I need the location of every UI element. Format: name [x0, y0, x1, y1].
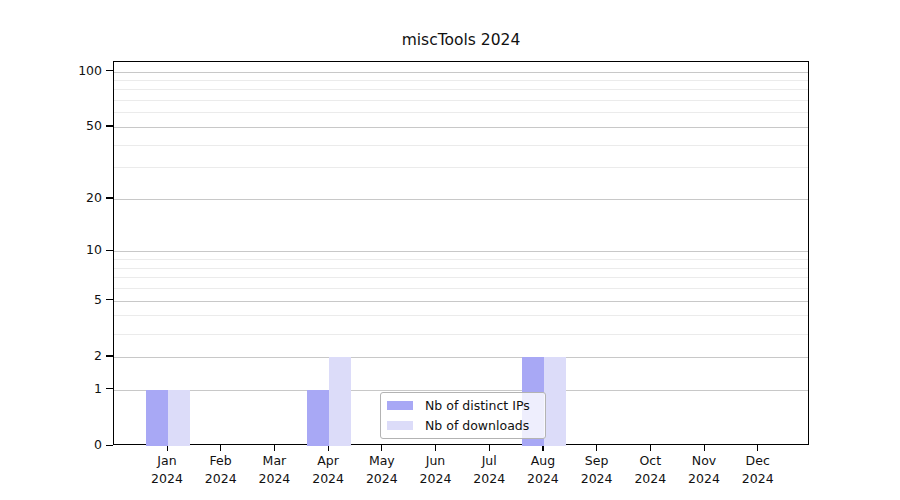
major-gridline: [114, 72, 808, 73]
minor-gridline: [114, 315, 808, 316]
y-tick-mark: [106, 70, 113, 71]
bar-downloads-apr: [329, 357, 351, 446]
minor-gridline: [114, 112, 808, 113]
minor-gridline: [114, 334, 808, 335]
plot-area: [113, 61, 809, 445]
x-tick-mark: [274, 445, 275, 451]
minor-gridline: [114, 288, 808, 289]
legend: Nb of distinct IPsNb of downloads: [380, 392, 546, 439]
y-tick-label: 2: [2, 348, 102, 364]
y-tick-label: 10: [2, 242, 102, 258]
legend-row: Nb of distinct IPs: [387, 398, 545, 414]
bar-distinct-ips-apr: [307, 390, 329, 446]
x-tick-label-dec: Dec 2024: [726, 452, 790, 487]
bar-downloads-jan: [168, 390, 190, 446]
major-gridline: [114, 199, 808, 200]
y-tick-mark: [106, 355, 113, 356]
bar-downloads-aug: [544, 357, 566, 446]
chart-title: miscTools 2024: [113, 31, 809, 49]
minor-gridline: [114, 259, 808, 260]
major-gridline: [114, 251, 808, 252]
major-gridline: [114, 390, 808, 391]
x-tick-mark: [596, 445, 597, 451]
minor-gridline: [114, 277, 808, 278]
y-tick-mark: [106, 125, 113, 126]
y-tick-mark: [106, 250, 113, 251]
y-tick-label: 0: [2, 437, 102, 453]
x-tick-mark: [704, 445, 705, 451]
y-tick-label: 5: [2, 292, 102, 308]
y-tick-mark: [106, 197, 113, 198]
major-gridline: [114, 127, 808, 128]
y-tick-mark: [106, 388, 113, 389]
y-tick-mark: [106, 445, 113, 446]
x-tick-mark: [435, 445, 436, 451]
major-gridline: [114, 357, 808, 358]
y-tick-label: 50: [2, 118, 102, 134]
x-tick-mark: [650, 445, 651, 451]
minor-gridline: [114, 89, 808, 90]
y-tick-label: 1: [2, 381, 102, 397]
x-tick-mark: [220, 445, 221, 451]
x-tick-mark: [757, 445, 758, 451]
y-tick-label: 20: [2, 190, 102, 206]
bar-distinct-ips-jan: [146, 390, 168, 446]
minor-gridline: [114, 167, 808, 168]
legend-swatch-downloads: [387, 421, 413, 430]
minor-gridline: [114, 145, 808, 146]
legend-label: Nb of distinct IPs: [425, 398, 530, 414]
x-tick-mark: [489, 445, 490, 451]
y-tick-mark: [106, 299, 113, 300]
minor-gridline: [114, 100, 808, 101]
y-tick-label: 100: [2, 63, 102, 79]
legend-label: Nb of downloads: [425, 418, 529, 434]
minor-gridline: [114, 268, 808, 269]
legend-swatch-distinct-ips: [387, 401, 413, 410]
minor-gridline: [114, 80, 808, 81]
major-gridline: [114, 301, 808, 302]
x-tick-mark: [381, 445, 382, 451]
figure: miscTools 2024 0125102050100 Jan 2024Feb…: [0, 0, 900, 500]
legend-row: Nb of downloads: [387, 418, 545, 434]
